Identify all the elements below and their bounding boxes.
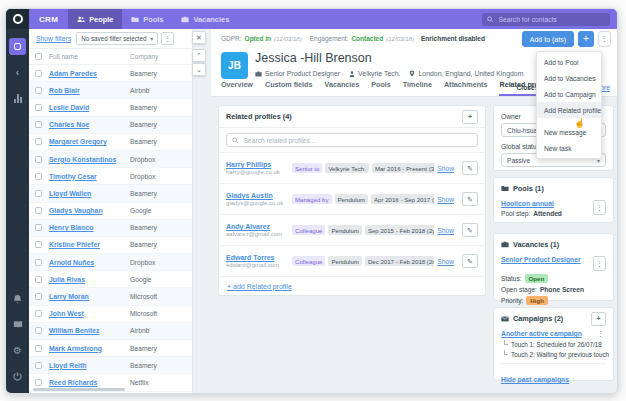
contact-row[interactable]: Arnold Nuñes Dropbox — [29, 254, 192, 271]
campaign-link[interactable]: Another active campaign — [501, 330, 582, 337]
add-related-profile-link[interactable]: + add Related profile — [227, 283, 292, 290]
sidebar-item-settings[interactable]: ⚙ — [9, 342, 26, 359]
contact-name-link[interactable]: Margaret Gregory — [49, 138, 107, 145]
contact-name-link[interactable]: Timothy Cesar — [49, 173, 97, 180]
previous-contact-button[interactable]: ⌃ — [192, 49, 206, 62]
contact-name-link[interactable]: Julia Rivas — [49, 276, 85, 283]
row-checkbox[interactable] — [35, 293, 42, 300]
contact-row[interactable]: Julia Rivas Google — [29, 271, 192, 288]
contact-name-link[interactable]: Kristine Phiefer — [49, 241, 100, 248]
top-tab-pools[interactable]: Pools — [122, 9, 172, 29]
row-checkbox[interactable] — [35, 190, 42, 197]
contact-row[interactable]: Margaret Gregory Beamery — [29, 134, 192, 151]
related-search[interactable] — [226, 133, 478, 147]
contact-row[interactable]: Sergio Konstantinos Dropbox — [29, 151, 192, 168]
row-checkbox[interactable] — [35, 207, 42, 214]
row-checkbox[interactable] — [35, 362, 42, 369]
menu-item[interactable]: New message — [537, 124, 601, 140]
top-tab-vacancies[interactable]: Vacancies — [172, 9, 238, 29]
row-checkbox[interactable] — [35, 138, 42, 145]
contact-row[interactable]: Larry Moran Microsoft — [29, 288, 192, 305]
contact-name-link[interactable]: Mark Armstrong — [49, 345, 102, 352]
contact-row[interactable]: Timothy Cesar Dropbox — [29, 168, 192, 185]
show-link[interactable]: Show — [437, 165, 454, 172]
row-checkbox[interactable] — [35, 310, 42, 317]
sidebar-collapse-button[interactable]: ‹ — [9, 64, 26, 81]
contact-row[interactable]: John West Microsoft — [29, 306, 192, 323]
related-name-link[interactable]: Edward Torres — [226, 254, 292, 261]
contact-name-link[interactable]: John West — [49, 310, 84, 317]
row-checkbox[interactable] — [35, 259, 42, 266]
show-filters-link[interactable]: Show filters — [36, 35, 71, 42]
horizontal-scrollbar[interactable] — [33, 388, 125, 391]
column-header-name[interactable]: Full name — [49, 53, 78, 60]
sidebar-item-analytics[interactable] — [9, 90, 26, 107]
vacancy-link[interactable]: Senior Product Designer — [501, 256, 581, 263]
contact-row[interactable]: Mark Armstrong Beamery — [29, 340, 192, 357]
contact-name-link[interactable]: Lloyd Reith — [49, 362, 87, 369]
pool-link[interactable]: Hoolicon annual — [501, 200, 562, 207]
contact-name-link[interactable]: Gladys Vaughan — [49, 207, 103, 214]
contact-row[interactable]: Leslie David Beamery — [29, 99, 192, 116]
row-checkbox[interactable] — [35, 327, 42, 334]
row-checkbox[interactable] — [35, 224, 42, 231]
close-list-button[interactable]: ✕ — [192, 31, 206, 44]
contact-row[interactable]: William Benitez Airbnb — [29, 323, 192, 340]
global-search[interactable] — [482, 13, 610, 26]
row-checkbox[interactable] — [35, 104, 42, 111]
show-link[interactable]: Show — [437, 227, 454, 234]
global-search-input[interactable] — [496, 15, 605, 24]
contact-name-link[interactable]: Lloyd Wallen — [49, 190, 91, 197]
hide-past-campaigns-link[interactable]: Hide past campaigns — [501, 376, 569, 383]
app-logo[interactable] — [6, 9, 29, 29]
row-checkbox[interactable] — [35, 121, 42, 128]
add-related-profile-button[interactable]: + — [462, 110, 478, 124]
edit-related-button[interactable]: ✎ — [462, 161, 478, 175]
row-checkbox[interactable] — [35, 156, 42, 163]
select-all-checkbox[interactable] — [35, 53, 42, 60]
row-checkbox[interactable] — [35, 276, 42, 283]
next-contact-button[interactable]: ⌄ — [192, 63, 206, 76]
contact-name-link[interactable]: Sergio Konstantinos — [49, 156, 116, 163]
row-checkbox[interactable] — [35, 173, 42, 180]
related-name-link[interactable]: Harry Phillips — [226, 161, 292, 168]
contact-name-link[interactable]: Rob Blair — [49, 87, 80, 94]
edit-related-button[interactable]: ✎ — [462, 223, 478, 237]
contact-name-link[interactable]: Adam Paredes — [49, 70, 97, 77]
contact-row[interactable]: Adam Paredes Beamery — [29, 65, 192, 82]
tab-attachments[interactable]: Attachments — [444, 80, 488, 96]
contact-name-link[interactable]: Arnold Nuñes — [49, 259, 94, 266]
sidebar-item-notifications[interactable] — [9, 290, 26, 307]
tab-vacancies[interactable]: Vacancies — [325, 80, 360, 96]
profile-company[interactable]: Velkyrie Tech. — [358, 70, 400, 77]
tab-custom-fields[interactable]: Custom fields — [265, 80, 313, 96]
contact-row[interactable]: Henry Blanco Beamery — [29, 220, 192, 237]
pool-kebab-button[interactable]: ⋮ — [593, 200, 606, 215]
row-checkbox[interactable] — [35, 241, 42, 248]
sidebar-item-knowledge[interactable] — [9, 316, 26, 333]
sidebar-item-crm[interactable] — [9, 38, 26, 55]
vacancy-kebab-button[interactable]: ⋮ — [593, 256, 606, 271]
menu-item[interactable]: Add to Campaign — [537, 86, 601, 102]
contact-row[interactable]: Lloyd Reith Beamery — [29, 357, 192, 374]
contact-name-link[interactable]: Henry Blanco — [49, 224, 93, 231]
saved-filter-select[interactable]: No saved filter selected▾ — [76, 32, 158, 45]
related-search-input[interactable] — [242, 136, 472, 145]
row-checkbox[interactable] — [35, 379, 42, 386]
contact-name-link[interactable]: Leslie David — [49, 104, 89, 111]
show-link[interactable]: Show — [437, 258, 454, 265]
add-to-ats-button[interactable]: Add to (ats) — [522, 31, 574, 47]
contact-row[interactable]: Lloyd Wallen Beamery — [29, 185, 192, 202]
menu-item[interactable]: Add to Pool — [537, 54, 601, 70]
menu-item[interactable]: Add Related profile — [537, 102, 601, 118]
tab-timeline[interactable]: Timeline — [403, 80, 432, 96]
menu-item[interactable]: Add to Vacancies — [537, 70, 601, 86]
sidebar-item-logout[interactable] — [9, 368, 26, 385]
add-campaign-button[interactable]: + — [591, 312, 606, 326]
campaign-kebab-button[interactable]: ⋮ — [595, 330, 606, 338]
contact-row[interactable]: Charles Noe Beamery — [29, 117, 192, 134]
filter-kebab-button[interactable]: ⋮ — [161, 32, 174, 45]
top-tab-people[interactable]: People — [68, 9, 122, 29]
contact-name-link[interactable]: Reed Richards — [49, 379, 97, 386]
edit-related-button[interactable]: ✎ — [462, 254, 478, 268]
